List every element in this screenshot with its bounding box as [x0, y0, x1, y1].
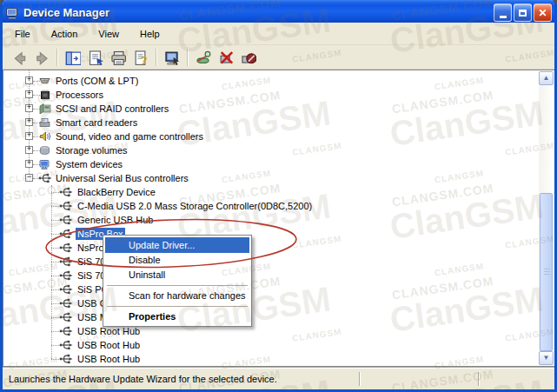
statusbar-divider: [359, 372, 361, 386]
menu-view[interactable]: View: [93, 26, 128, 42]
toolbar-separator: [156, 49, 157, 66]
titlebar: Device Manager ✕: [0, 0, 557, 25]
expand-icon[interactable]: +: [25, 132, 33, 140]
usb-icon: [59, 256, 73, 269]
usb-icon: [59, 311, 73, 324]
usb-icon: [59, 353, 73, 366]
statusbar: Launches the Hardware Update Wizard for …: [3, 368, 554, 389]
tree-item-row[interactable]: USB C: [3, 296, 539, 310]
context-menu-item[interactable]: Uninstall: [105, 268, 249, 282]
usb-icon: [59, 228, 73, 241]
tree-item-label: USB Root Hub: [76, 353, 142, 365]
toolbar-button-help[interactable]: ?: [129, 47, 150, 68]
toolbar-button-properties[interactable]: [84, 47, 105, 68]
menu-help[interactable]: Help: [135, 26, 169, 42]
tree-item-row[interactable]: +System devices: [3, 157, 539, 171]
window-title: Device Manager: [23, 6, 494, 19]
expand-icon[interactable]: +: [25, 90, 33, 98]
usb-icon: [59, 339, 73, 352]
tree-item-row[interactable]: +Smart card readers: [3, 116, 539, 130]
tree-item-row[interactable]: USB M: [3, 310, 539, 324]
toolbar-button-print[interactable]: [107, 47, 128, 68]
usb-icon: [59, 269, 73, 282]
svg-text:?: ?: [140, 54, 147, 65]
tree-item-row[interactable]: NsPro Box: [3, 227, 539, 241]
tree-item-label: Smart card readers: [54, 116, 139, 129]
tree-item-label: Processors: [54, 89, 105, 101]
maximize-icon: [519, 10, 527, 17]
tree-item-row[interactable]: SiS 70: [3, 269, 539, 282]
tree-item-label: SCSI and RAID controllers: [54, 103, 170, 115]
minimize-button[interactable]: [494, 3, 512, 22]
tree-item-row[interactable]: BlackBerry Device: [3, 185, 539, 199]
maximize-button[interactable]: [514, 3, 532, 22]
context-menu-item[interactable]: Scan for hardware changes: [105, 289, 249, 303]
properties-icon: [87, 49, 103, 65]
scrollbar-thumb[interactable]: [540, 193, 553, 351]
uninstall-icon: [240, 49, 256, 65]
toolbar-button-console-tree[interactable]: [62, 47, 83, 68]
ports-icon: [38, 75, 52, 88]
menu-separator: [107, 285, 248, 286]
vertical-scrollbar[interactable]: ▲ ▼: [539, 71, 554, 365]
scrollbar-grip: [544, 269, 550, 276]
update-driver-icon: [163, 49, 180, 65]
scroll-up-button[interactable]: ▲: [539, 71, 554, 85]
print-icon: [109, 49, 126, 65]
collapse-icon[interactable]: −: [25, 174, 33, 182]
expand-icon[interactable]: +: [25, 118, 33, 126]
tree-item-label: USB Root Hub: [76, 325, 142, 337]
tree-item-row[interactable]: SiS 70: [3, 255, 539, 269]
tree-item-label: C-Media USB 2.0 Mass Storage Controller(…: [76, 200, 314, 212]
expand-icon[interactable]: +: [25, 104, 33, 112]
sound-icon: [38, 130, 52, 143]
toolbar-button-disable[interactable]: [215, 47, 235, 68]
usb-icon: [59, 186, 73, 199]
tree-item-row[interactable]: USB Root Hub: [3, 338, 539, 352]
usb-icon: [59, 214, 73, 227]
toolbar-button-scan-hardware[interactable]: [192, 47, 213, 68]
tree-item-row[interactable]: +Storage volumes: [3, 143, 539, 157]
scsi-icon: [38, 103, 52, 116]
expand-icon[interactable]: +: [25, 76, 33, 84]
expand-icon[interactable]: +: [25, 160, 33, 168]
context-menu-item[interactable]: Update Driver...: [105, 237, 249, 253]
tree-item-row[interactable]: −Universal Serial Bus controllers: [3, 171, 539, 185]
menu-action[interactable]: Action: [46, 26, 87, 42]
tree-item-row[interactable]: +SCSI and RAID controllers: [3, 102, 539, 116]
console-tree-icon: [64, 49, 81, 65]
tree-item-row[interactable]: +Sound, video and game controllers: [3, 130, 539, 143]
context-menu-item[interactable]: Properties: [105, 309, 249, 324]
smartcard-icon: [38, 116, 52, 130]
toolbar-separator: [56, 49, 58, 66]
toolbar-button-back[interactable]: [8, 47, 29, 68]
tree-item-label: Storage volumes: [54, 144, 129, 156]
expand-icon[interactable]: +: [25, 146, 33, 154]
context-menu-item[interactable]: Disable: [105, 253, 249, 268]
tree-item-row[interactable]: NsPro: [3, 241, 539, 255]
tree-item-row[interactable]: +Ports (COM & LPT): [3, 74, 539, 88]
tree-item-row[interactable]: C-Media USB 2.0 Mass Storage Controller(…: [3, 199, 539, 213]
tree-item-label: USB Root Hub: [76, 339, 142, 351]
menu-file[interactable]: File: [10, 26, 39, 42]
close-button[interactable]: ✕: [534, 3, 552, 22]
processor-icon: [38, 89, 52, 102]
tree-item-row[interactable]: Generic USB Hub: [3, 213, 539, 227]
tree-item-row[interactable]: USB Root Hub: [3, 324, 539, 338]
back-icon: [10, 49, 27, 65]
tree-item-row[interactable]: USB Root Hub: [3, 352, 539, 366]
scroll-down-button[interactable]: ▼: [539, 351, 554, 365]
tree-item-row[interactable]: +Processors: [3, 88, 539, 102]
device-manager-icon: [5, 6, 19, 20]
toolbar-button-update-driver[interactable]: [161, 47, 182, 68]
context-menu: Update Driver...DisableUninstallScan for…: [103, 235, 252, 327]
tree-item-row[interactable]: SiS PC: [3, 282, 539, 296]
toolbar: ?: [3, 45, 554, 70]
device-tree: +Ports (COM & LPT)+Processors+SCSI and R…: [3, 70, 554, 367]
toolbar-button-forward[interactable]: [30, 47, 51, 68]
usb-icon: [59, 283, 73, 296]
device-manager-window: Device Manager ✕ File Action View Help ?…: [0, 0, 557, 392]
toolbar-button-uninstall[interactable]: [237, 47, 258, 68]
tree-item-label: BlackBerry Device: [76, 186, 157, 198]
storage-icon: [38, 144, 52, 157]
